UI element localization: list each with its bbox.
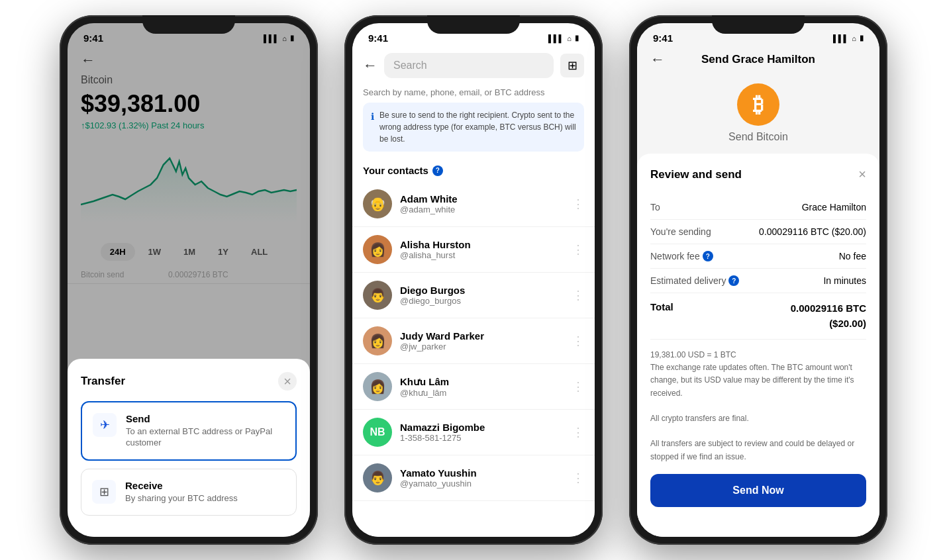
search-box[interactable]: Search [384, 53, 554, 78]
contact-name-3: Judy Ward Parker [400, 330, 564, 342]
contact-info-6: Yamato Yuushin@yamato_yuushin [400, 467, 564, 489]
review-card-close[interactable]: × [858, 167, 866, 182]
p3-header: ← Send Grace Hamilton [637, 46, 879, 73]
phone-2: 9:41 ▌▌▌ ⌂ ▮ ← Search ⊞ Search by name, … [344, 15, 603, 545]
contact-info-1: Alisha Hurston@alisha_hurst [400, 239, 564, 260]
contact-handle-5: 1-358-581-1275 [400, 433, 564, 443]
review-card-title: Review and send [650, 168, 742, 181]
contact-info-2: Diego Burgos@diego_burgos [400, 285, 564, 306]
back-button-3[interactable]: ← [650, 51, 665, 68]
coin-name-3: Send Bitcoin [728, 131, 788, 143]
detail-row-delivery: Estimated delivery ? In minutes [650, 269, 866, 293]
label-to: To [650, 202, 660, 212]
contact-more-button-6[interactable]: ⋮ [572, 471, 584, 485]
contact-more-button-0[interactable]: ⋮ [572, 197, 584, 211]
status-icons-3: ▌▌▌ ⌂ ▮ [833, 34, 864, 42]
modal-close-button[interactable]: × [278, 372, 297, 391]
send-desc: To an external BTC address or PayPal cus… [126, 426, 285, 449]
contact-item-1[interactable]: 👩Alisha Hurston@alisha_hurst⋮ [352, 227, 595, 273]
avatar-3: 👩 [363, 326, 392, 355]
modal-title: Transfer [81, 375, 125, 388]
battery-icon: ▮ [290, 34, 294, 42]
search-subtitle: Search by name, phone, email, or BTC add… [352, 85, 595, 103]
phone2-content: ← Search ⊞ Search by name, phone, email,… [352, 46, 595, 537]
receive-option[interactable]: ⊞ Receive By sharing your BTC address [81, 469, 297, 516]
contact-name-5: Namazzi Bigombe [400, 422, 564, 433]
search-row: ← Search ⊞ [352, 46, 595, 85]
send-now-button[interactable]: Send Now [650, 474, 866, 507]
signal-icon: ▌▌▌ [264, 34, 279, 42]
contact-item-6[interactable]: 👨Yamato Yuushin@yamato_yuushin⋮ [352, 455, 595, 501]
contact-more-button-2[interactable]: ⋮ [572, 288, 584, 303]
back-button-2[interactable]: ← [363, 57, 377, 74]
btc-icon: ₿ [737, 83, 779, 126]
avatar-2: 👨 [363, 281, 392, 310]
phone-1: 9:41 ▌▌▌ ⌂ ▮ ← Bitcoin $39,381.00 ↑$102.… [60, 15, 318, 545]
wifi-icon-2: ⌂ [567, 34, 572, 42]
contact-handle-6: @yamato_yuushin [400, 479, 564, 489]
phone3-content: ← Send Grace Hamilton ₿ Send Bitcoin Rev… [637, 46, 879, 537]
signal-icon-3: ▌▌▌ [833, 34, 848, 42]
time-1: 9:41 [83, 32, 103, 44]
value-fee: No fee [839, 251, 866, 261]
avatar-6: 👨 [363, 463, 392, 492]
avatar-4: 👩 [363, 372, 392, 401]
contact-more-button-5[interactable]: ⋮ [572, 425, 584, 440]
contact-more-button-4[interactable]: ⋮ [572, 379, 584, 394]
total-value: 0.00029116 BTC($20.00) [791, 301, 866, 331]
contact-more-button-3[interactable]: ⋮ [572, 334, 584, 348]
contact-name-6: Yamato Yuushin [400, 467, 564, 479]
qr-button[interactable]: ⊞ [560, 54, 584, 77]
transfer-modal: Transfer × ✈ Send To an external BTC add… [68, 359, 310, 537]
battery-icon-3: ▮ [860, 34, 864, 42]
avatar-5: NB [363, 418, 392, 447]
modal-header: Transfer × [81, 372, 297, 391]
label-fee: Network fee ? [650, 251, 713, 261]
contact-item-5[interactable]: NBNamazzi Bigombe1-358-581-1275⋮ [352, 410, 595, 455]
coin-display: ₿ Send Bitcoin [637, 73, 879, 154]
contact-name-2: Diego Burgos [400, 285, 564, 296]
receive-desc: By sharing your BTC address [125, 493, 285, 504]
review-card: Review and send × To Grace Hamilton You'… [637, 154, 879, 537]
avatar-0: 👴 [363, 189, 392, 218]
value-delivery: In minutes [823, 275, 866, 286]
detail-row-sending: You're sending 0.00029116 BTC ($20.00) [650, 220, 866, 244]
detail-row-to: To Grace Hamilton [650, 195, 866, 220]
battery-icon-2: ▮ [575, 34, 579, 42]
contacts-header: Your contacts ? [352, 160, 595, 181]
contact-info-0: Adam White@adam_white [400, 193, 564, 214]
time-2: 9:41 [368, 32, 388, 44]
contact-item-2[interactable]: 👨Diego Burgos@diego_burgos⋮ [352, 273, 595, 318]
contact-info-4: Khưu Lâm@khưu_lâm [400, 376, 564, 398]
contact-handle-4: @khưu_lâm [400, 388, 564, 398]
contact-info-3: Judy Ward Parker@jw_parker [400, 330, 564, 351]
contact-item-0[interactable]: 👴Adam White@adam_white⋮ [352, 181, 595, 227]
notch-3 [712, 15, 805, 34]
send-option[interactable]: ✈ Send To an external BTC address or Pay… [81, 401, 297, 461]
contact-handle-1: @alisha_hurst [400, 250, 564, 260]
contact-item-4[interactable]: 👩Khưu Lâm@khưu_lâm⋮ [352, 364, 595, 410]
search-placeholder: Search [393, 60, 427, 71]
contacts-help-button[interactable]: ? [432, 165, 443, 176]
receive-icon: ⊞ [92, 480, 116, 504]
notch-1 [142, 15, 235, 34]
signal-icon-2: ▌▌▌ [548, 34, 564, 42]
label-sending: You're sending [650, 226, 711, 237]
wifi-icon: ⌂ [282, 34, 287, 42]
total-row: Total 0.00029116 BTC($20.00) [650, 293, 866, 340]
send-text: Send To an external BTC address or PayPa… [126, 413, 285, 449]
total-label: Total [650, 301, 673, 312]
contact-item-3[interactable]: 👩Judy Ward Parker@jw_parker⋮ [352, 318, 595, 364]
delivery-help[interactable]: ? [728, 275, 739, 286]
fee-help[interactable]: ? [703, 251, 713, 261]
warning-text: Be sure to send to the right recipient. … [379, 109, 576, 145]
avatar-1: 👩 [363, 235, 392, 264]
receive-text: Receive By sharing your BTC address [125, 480, 285, 504]
wifi-icon-3: ⌂ [852, 34, 856, 42]
receive-name: Receive [125, 480, 285, 491]
contacts-label: Your contacts [363, 165, 428, 176]
warning-message: ℹ Be sure to send to the right recipient… [363, 103, 584, 152]
time-3: 9:41 [653, 32, 673, 44]
contact-more-button-1[interactable]: ⋮ [572, 242, 584, 257]
status-icons-1: ▌▌▌ ⌂ ▮ [264, 34, 294, 42]
